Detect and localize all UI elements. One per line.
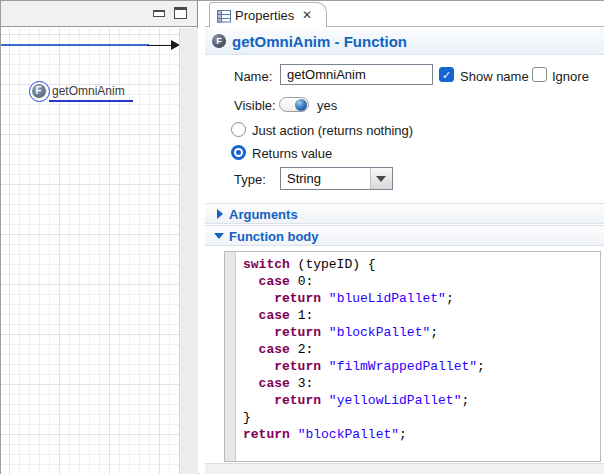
app-window: F getOmniAnim Properties ✕: [0, 0, 604, 474]
canvas[interactable]: F getOmniAnim: [1, 28, 179, 474]
code-line[interactable]: case 1:: [243, 307, 598, 324]
code-line[interactable]: case 0:: [243, 273, 598, 290]
tab-bar: Properties ✕: [205, 1, 604, 27]
chevron-down-icon: [214, 233, 224, 239]
visible-label: Visible:: [234, 98, 276, 113]
dropdown-button[interactable]: [370, 168, 392, 189]
code-editor[interactable]: switch (typeID) { case 0: return "blueLi…: [224, 251, 601, 462]
code-lines[interactable]: switch (typeID) { case 0: return "blueLi…: [243, 256, 598, 459]
connector-line[interactable]: [1, 44, 149, 46]
code-line[interactable]: }: [243, 409, 598, 426]
code-line[interactable]: return "yellowLidPallet";: [243, 392, 598, 409]
section-arguments[interactable]: Arguments: [205, 203, 604, 224]
show-name-label: Show name: [460, 69, 529, 84]
toggle-knob-icon: [295, 99, 307, 111]
code-line[interactable]: return "blueLidPallet";: [243, 290, 598, 307]
name-label: Name:: [234, 69, 272, 84]
function-f-icon: F: [32, 84, 46, 98]
editor-canvas-panel: F getOmniAnim: [1, 1, 198, 474]
chevron-right-icon: [217, 209, 223, 219]
tab-properties[interactable]: Properties ✕: [209, 2, 327, 27]
section-function-body[interactable]: Function body: [205, 225, 604, 246]
code-gutter: [225, 252, 236, 461]
function-badge-icon: F: [212, 34, 226, 48]
radio-just-action[interactable]: [231, 122, 246, 137]
ignore-checkbox[interactable]: [532, 67, 547, 82]
code-line[interactable]: return "blockPallet";: [243, 426, 598, 443]
chevron-down-icon: [376, 176, 386, 182]
type-value: String: [287, 171, 321, 186]
function-shape-label: getOmniAnim: [52, 84, 125, 98]
ignore-label: Ignore: [552, 69, 589, 84]
visible-toggle[interactable]: [279, 97, 309, 112]
radio-returns-value[interactable]: [231, 145, 246, 160]
radio-returns-value-label: Returns value: [252, 146, 332, 161]
properties-panel: Properties ✕ F getOmniAnim - Function Na…: [205, 1, 604, 474]
radio-just-action-label: Just action (returns nothing): [252, 123, 413, 138]
code-line[interactable]: return "blockPallet";: [243, 324, 598, 341]
properties-header: F getOmniAnim - Function: [205, 27, 604, 55]
code-line[interactable]: case 2:: [243, 341, 598, 358]
type-label: Type:: [234, 172, 266, 187]
tab-close-icon[interactable]: ✕: [302, 8, 312, 22]
type-dropdown[interactable]: String: [280, 167, 393, 190]
canvas-panel-titlebar: [1, 1, 197, 27]
tab-label: Properties: [235, 8, 294, 23]
section-arguments-label: Arguments: [229, 207, 298, 222]
visible-value: yes: [317, 98, 337, 113]
code-line[interactable]: switch (typeID) {: [243, 256, 598, 273]
show-name-checkbox[interactable]: ✓: [439, 67, 454, 82]
code-line[interactable]: return "filmWrappedPallet";: [243, 358, 598, 375]
selection-underline: [49, 100, 133, 102]
section-function-body-label: Function body: [229, 229, 319, 244]
bottom-strip: [205, 463, 604, 474]
code-line[interactable]: case 3:: [243, 375, 598, 392]
properties-title: getOmniAnim - Function: [232, 33, 407, 50]
name-input[interactable]: [280, 64, 433, 85]
canvas-scroll-strip[interactable]: [179, 28, 198, 474]
table-icon: [217, 9, 231, 27]
maximize-icon[interactable]: [174, 7, 187, 19]
connector-arrow-line: [147, 45, 173, 47]
minimize-icon[interactable]: [153, 10, 165, 17]
